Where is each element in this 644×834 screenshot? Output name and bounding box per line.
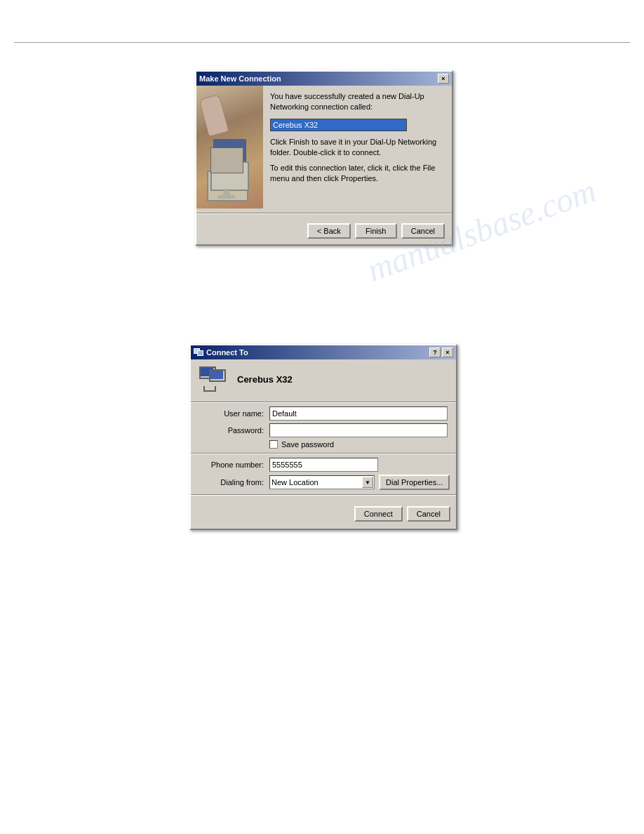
separator-4 — [191, 494, 456, 495]
location-select-wrapper: New Location ▼ — [269, 475, 375, 489]
password-input[interactable] — [269, 423, 448, 437]
close-button-2[interactable]: × — [442, 348, 453, 357]
save-password-row: Save password — [191, 440, 456, 449]
button-row: < Back Finish Cancel — [196, 218, 452, 244]
phone-field-container — [269, 458, 448, 472]
instruction-1: Click Finish to save it in your Dial-Up … — [270, 137, 445, 159]
save-password-checkbox[interactable] — [269, 440, 278, 449]
separator-3 — [191, 453, 456, 454]
password-field-container — [269, 423, 448, 437]
top-divider — [14, 42, 630, 43]
username-field-container — [269, 406, 448, 421]
connection-title: Cerebus X32 — [237, 374, 293, 385]
dial-properties-button[interactable]: Dial Properties... — [379, 475, 450, 490]
username-label: User name: — [199, 409, 269, 418]
phone-number-label: Phone number: — [199, 461, 269, 469]
connection-name-input[interactable] — [270, 119, 407, 131]
wizard-image — [196, 86, 263, 208]
success-message: You have successfully created a new Dial… — [270, 91, 445, 113]
username-input[interactable] — [269, 406, 448, 421]
cancel-button[interactable]: Cancel — [401, 223, 445, 239]
phone-number-input[interactable] — [269, 458, 378, 472]
connect-header: Cerebus X32 — [191, 359, 456, 397]
username-row: User name: — [191, 406, 456, 421]
phone-number-row: Phone number: — [191, 458, 456, 472]
connect-button[interactable]: Connect — [354, 506, 403, 522]
close-button[interactable]: × — [438, 74, 449, 84]
connect-to-dialog: Connect To ? × Cerebus X32 User name: Pa… — [189, 344, 457, 530]
network-icon — [199, 366, 229, 392]
dialing-from-label: Dialing from: — [199, 478, 269, 486]
titlebar-controls-2: ? × — [429, 348, 453, 357]
connect-to-title: Connect To — [206, 348, 248, 357]
separator-2 — [191, 402, 456, 402]
connect-button-row: Connect Cancel — [191, 499, 459, 529]
make-new-connection-titlebar[interactable]: Make New Connection × — [196, 72, 452, 86]
back-button[interactable]: < Back — [307, 223, 351, 239]
titlebar-controls: × — [438, 74, 449, 84]
location-select[interactable]: New Location — [269, 475, 375, 489]
connection-name-container — [270, 119, 445, 131]
make-new-connection-title: Make New Connection — [199, 74, 281, 83]
make-new-connection-dialog: Make New Connection × You have successfu… — [195, 70, 453, 246]
password-row: Password: — [191, 423, 456, 437]
save-password-label: Save password — [281, 440, 334, 449]
finish-button[interactable]: Finish — [355, 223, 397, 239]
instruction-2: To edit this connection later, click it,… — [270, 163, 445, 185]
password-label: Password: — [199, 426, 269, 435]
help-button[interactable]: ? — [429, 348, 441, 357]
dialing-from-row: Dialing from: New Location ▼ Dial Proper… — [191, 475, 456, 490]
separator — [196, 213, 452, 213]
cancel-button-connect[interactable]: Cancel — [407, 506, 450, 522]
wizard-text-area: You have successfully created a new Dial… — [263, 86, 452, 208]
connect-to-icon — [194, 348, 203, 357]
dialing-from-field-container: New Location ▼ Dial Properties... — [269, 475, 450, 490]
connect-to-titlebar[interactable]: Connect To ? × — [191, 345, 456, 359]
